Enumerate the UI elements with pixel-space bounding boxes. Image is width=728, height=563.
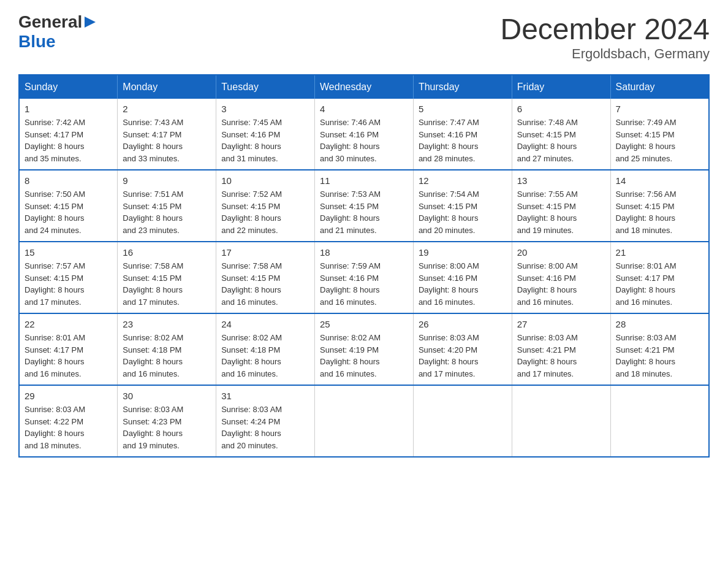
calendar-day-30: 30 Sunrise: 8:03 AM Sunset: 4:23 PM Dayl… xyxy=(118,385,216,457)
day-number: 24 xyxy=(221,319,309,329)
day-info: Sunrise: 8:02 AM Sunset: 4:19 PM Dayligh… xyxy=(320,332,408,380)
calendar-week-3: 15 Sunrise: 7:57 AM Sunset: 4:15 PM Dayl… xyxy=(19,242,709,313)
calendar-header-saturday: Saturday xyxy=(610,75,709,99)
calendar-day-14: 14 Sunrise: 7:56 AM Sunset: 4:15 PM Dayl… xyxy=(610,170,709,242)
calendar-header-thursday: Thursday xyxy=(413,75,512,99)
day-number: 14 xyxy=(616,175,703,186)
day-info: Sunrise: 7:42 AM Sunset: 4:17 PM Dayligh… xyxy=(25,117,112,164)
day-number: 11 xyxy=(320,175,408,186)
day-number: 2 xyxy=(123,104,211,114)
calendar-week-1: 1 Sunrise: 7:42 AM Sunset: 4:17 PM Dayli… xyxy=(19,99,709,170)
calendar-day-6: 6 Sunrise: 7:48 AM Sunset: 4:15 PM Dayli… xyxy=(512,99,610,170)
day-number: 3 xyxy=(221,104,309,114)
day-number: 22 xyxy=(25,319,112,329)
page-title: December 2024 xyxy=(500,12,710,46)
calendar-week-2: 8 Sunrise: 7:50 AM Sunset: 4:15 PM Dayli… xyxy=(19,170,709,242)
day-number: 31 xyxy=(221,391,309,401)
day-number: 1 xyxy=(25,104,112,114)
calendar-day-26: 26 Sunrise: 8:03 AM Sunset: 4:20 PM Dayl… xyxy=(413,313,512,385)
calendar-day-22: 22 Sunrise: 8:01 AM Sunset: 4:17 PM Dayl… xyxy=(19,313,118,385)
day-info: Sunrise: 8:03 AM Sunset: 4:23 PM Dayligh… xyxy=(123,404,211,451)
day-number: 19 xyxy=(419,247,507,258)
day-info: Sunrise: 7:48 AM Sunset: 4:15 PM Dayligh… xyxy=(517,117,605,164)
day-info: Sunrise: 8:00 AM Sunset: 4:16 PM Dayligh… xyxy=(419,260,507,308)
day-number: 26 xyxy=(419,319,507,329)
day-number: 20 xyxy=(517,247,605,258)
calendar-header-tuesday: Tuesday xyxy=(216,75,315,99)
day-info: Sunrise: 7:51 AM Sunset: 4:15 PM Dayligh… xyxy=(123,188,211,236)
calendar-header-friday: Friday xyxy=(512,75,610,99)
day-info: Sunrise: 7:50 AM Sunset: 4:15 PM Dayligh… xyxy=(25,188,112,236)
day-number: 28 xyxy=(616,319,703,329)
calendar-empty-cell xyxy=(413,385,512,457)
day-info: Sunrise: 7:49 AM Sunset: 4:15 PM Dayligh… xyxy=(616,117,703,164)
calendar-day-18: 18 Sunrise: 7:59 AM Sunset: 4:16 PM Dayl… xyxy=(315,242,414,313)
day-number: 9 xyxy=(123,175,211,186)
day-number: 4 xyxy=(320,104,408,114)
calendar-day-11: 11 Sunrise: 7:53 AM Sunset: 4:15 PM Dayl… xyxy=(315,170,414,242)
calendar-day-25: 25 Sunrise: 8:02 AM Sunset: 4:19 PM Dayl… xyxy=(315,313,414,385)
day-info: Sunrise: 7:58 AM Sunset: 4:15 PM Dayligh… xyxy=(221,260,309,308)
calendar-header-sunday: Sunday xyxy=(19,75,118,99)
calendar-day-1: 1 Sunrise: 7:42 AM Sunset: 4:17 PM Dayli… xyxy=(19,99,118,170)
calendar-header-wednesday: Wednesday xyxy=(315,75,414,99)
title-section: December 2024 Ergoldsbach, Germany xyxy=(500,12,710,62)
calendar-day-10: 10 Sunrise: 7:52 AM Sunset: 4:15 PM Dayl… xyxy=(216,170,315,242)
calendar-day-4: 4 Sunrise: 7:46 AM Sunset: 4:16 PM Dayli… xyxy=(315,99,414,170)
calendar-day-5: 5 Sunrise: 7:47 AM Sunset: 4:16 PM Dayli… xyxy=(413,99,512,170)
day-number: 10 xyxy=(221,175,309,186)
day-info: Sunrise: 7:57 AM Sunset: 4:15 PM Dayligh… xyxy=(25,260,112,308)
calendar-week-4: 22 Sunrise: 8:01 AM Sunset: 4:17 PM Dayl… xyxy=(19,313,709,385)
day-info: Sunrise: 7:45 AM Sunset: 4:16 PM Dayligh… xyxy=(221,117,309,164)
calendar-day-16: 16 Sunrise: 7:58 AM Sunset: 4:15 PM Dayl… xyxy=(118,242,216,313)
calendar-day-2: 2 Sunrise: 7:43 AM Sunset: 4:17 PM Dayli… xyxy=(118,99,216,170)
calendar-header-row: SundayMondayTuesdayWednesdayThursdayFrid… xyxy=(19,75,709,99)
calendar-day-29: 29 Sunrise: 8:03 AM Sunset: 4:22 PM Dayl… xyxy=(19,385,118,457)
calendar-day-13: 13 Sunrise: 7:55 AM Sunset: 4:15 PM Dayl… xyxy=(512,170,610,242)
day-number: 17 xyxy=(221,247,309,258)
logo: General Blue xyxy=(18,12,96,52)
calendar-week-5: 29 Sunrise: 8:03 AM Sunset: 4:22 PM Dayl… xyxy=(19,385,709,457)
calendar-day-3: 3 Sunrise: 7:45 AM Sunset: 4:16 PM Dayli… xyxy=(216,99,315,170)
calendar-day-28: 28 Sunrise: 8:03 AM Sunset: 4:21 PM Dayl… xyxy=(610,313,709,385)
day-number: 5 xyxy=(419,104,507,114)
calendar-day-19: 19 Sunrise: 8:00 AM Sunset: 4:16 PM Dayl… xyxy=(413,242,512,313)
day-info: Sunrise: 7:52 AM Sunset: 4:15 PM Dayligh… xyxy=(221,188,309,236)
day-info: Sunrise: 8:03 AM Sunset: 4:20 PM Dayligh… xyxy=(419,332,507,380)
day-info: Sunrise: 8:02 AM Sunset: 4:18 PM Dayligh… xyxy=(221,332,309,380)
day-number: 8 xyxy=(25,175,112,186)
day-info: Sunrise: 7:47 AM Sunset: 4:16 PM Dayligh… xyxy=(419,117,507,164)
day-info: Sunrise: 7:53 AM Sunset: 4:15 PM Dayligh… xyxy=(320,188,408,236)
day-number: 6 xyxy=(517,104,605,114)
calendar-empty-cell xyxy=(512,385,610,457)
logo-triangle-icon xyxy=(85,17,96,30)
day-info: Sunrise: 8:01 AM Sunset: 4:17 PM Dayligh… xyxy=(25,332,112,380)
day-info: Sunrise: 8:02 AM Sunset: 4:18 PM Dayligh… xyxy=(123,332,211,380)
day-info: Sunrise: 8:03 AM Sunset: 4:24 PM Dayligh… xyxy=(221,404,309,451)
calendar-day-9: 9 Sunrise: 7:51 AM Sunset: 4:15 PM Dayli… xyxy=(118,170,216,242)
day-info: Sunrise: 8:03 AM Sunset: 4:21 PM Dayligh… xyxy=(616,332,703,380)
calendar-day-31: 31 Sunrise: 8:03 AM Sunset: 4:24 PM Dayl… xyxy=(216,385,315,457)
logo-general-text: General xyxy=(18,12,82,32)
day-info: Sunrise: 7:59 AM Sunset: 4:16 PM Dayligh… xyxy=(320,260,408,308)
day-number: 25 xyxy=(320,319,408,329)
calendar-day-17: 17 Sunrise: 7:58 AM Sunset: 4:15 PM Dayl… xyxy=(216,242,315,313)
day-info: Sunrise: 8:00 AM Sunset: 4:16 PM Dayligh… xyxy=(517,260,605,308)
logo-blue-text: Blue xyxy=(18,32,56,51)
day-number: 15 xyxy=(25,247,112,258)
calendar-header-monday: Monday xyxy=(118,75,216,99)
day-info: Sunrise: 8:01 AM Sunset: 4:17 PM Dayligh… xyxy=(616,260,703,308)
day-info: Sunrise: 7:43 AM Sunset: 4:17 PM Dayligh… xyxy=(123,117,211,164)
svg-marker-0 xyxy=(85,17,96,28)
calendar-day-15: 15 Sunrise: 7:57 AM Sunset: 4:15 PM Dayl… xyxy=(19,242,118,313)
day-number: 13 xyxy=(517,175,605,186)
day-number: 23 xyxy=(123,319,211,329)
calendar-day-7: 7 Sunrise: 7:49 AM Sunset: 4:15 PM Dayli… xyxy=(610,99,709,170)
calendar-day-12: 12 Sunrise: 7:54 AM Sunset: 4:15 PM Dayl… xyxy=(413,170,512,242)
calendar-empty-cell xyxy=(315,385,414,457)
day-number: 7 xyxy=(616,104,703,114)
day-info: Sunrise: 8:03 AM Sunset: 4:21 PM Dayligh… xyxy=(517,332,605,380)
day-info: Sunrise: 7:54 AM Sunset: 4:15 PM Dayligh… xyxy=(419,188,507,236)
calendar-day-27: 27 Sunrise: 8:03 AM Sunset: 4:21 PM Dayl… xyxy=(512,313,610,385)
page-subtitle: Ergoldsbach, Germany xyxy=(500,46,710,62)
